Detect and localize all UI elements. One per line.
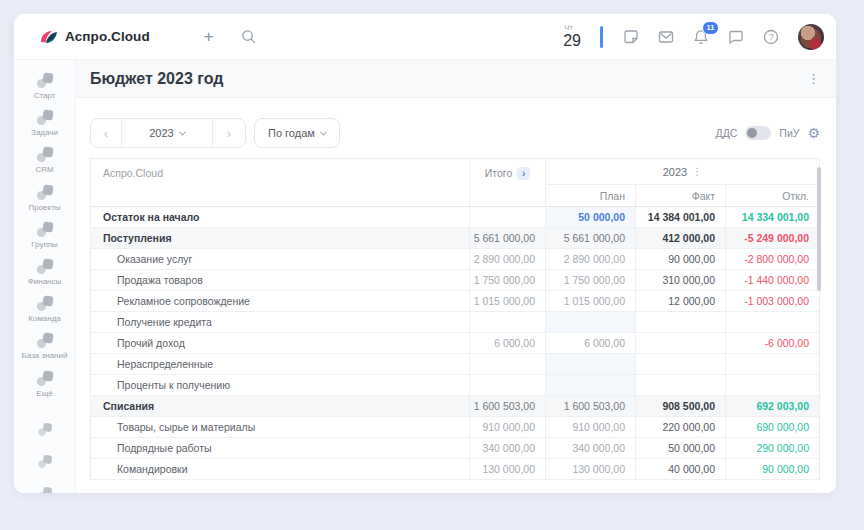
sidebar-item-crm[interactable]: CRM	[14, 147, 75, 174]
row-label[interactable]: Продажа товаров	[91, 270, 469, 290]
chat-icon[interactable]	[727, 28, 745, 46]
row-label[interactable]: Проценты к получению	[91, 375, 469, 395]
mail-icon[interactable]	[657, 28, 675, 46]
brand-logo[interactable]: Аспро.Cloud	[40, 29, 150, 45]
next-period-button[interactable]: ›	[212, 119, 245, 147]
plan-cell[interactable]: 50 000,00	[545, 207, 635, 227]
deviation-cell	[725, 312, 819, 332]
row-label[interactable]: Товары, сырье и материалы	[91, 417, 469, 437]
sidebar-item-groups[interactable]: Группы	[14, 222, 75, 249]
deviation-cell: -2 800 000,00	[725, 249, 819, 269]
fact-cell[interactable]: 412 000,00	[635, 228, 725, 248]
bag-icon[interactable]	[37, 487, 52, 493]
row-label[interactable]: Списания	[91, 396, 469, 416]
sidebar-item-projects[interactable]: Проекты	[14, 185, 75, 212]
table-row: Рекламное сопровождение1 015 000,001 015…	[91, 291, 819, 312]
sidebar-item-label: Старт	[34, 91, 56, 100]
settings-gear-icon[interactable]: ⚙	[807, 126, 820, 140]
fact-cell[interactable]: 14 384 001,00	[635, 207, 725, 227]
total-cell: 2 890 000,00	[469, 249, 545, 269]
deviation-cell: -5 249 000,00	[725, 228, 819, 248]
year-group-kebab-icon[interactable]: ⋮	[692, 167, 702, 177]
table-row: Нераспределенные	[91, 354, 819, 375]
table-row: Командировки130 000,00130 000,0040 000,0…	[91, 459, 819, 480]
fact-cell[interactable]: 310 000,00	[635, 270, 725, 290]
report-mode-toggle[interactable]	[745, 126, 771, 140]
brand-name: Аспро.Cloud	[65, 29, 150, 44]
fact-cell[interactable]	[635, 354, 725, 374]
fact-cell[interactable]: 12 000,00	[635, 291, 725, 311]
fact-cell[interactable]: 220 000,00	[635, 417, 725, 437]
deviation-cell: 290 000,00	[725, 438, 819, 458]
plan-cell[interactable]: 910 000,00	[545, 417, 635, 437]
sidebar-item-team[interactable]: Команда	[14, 296, 75, 323]
deviation-column-header: Откл.	[725, 185, 819, 206]
notifications-bell-icon[interactable]: 11	[692, 28, 710, 46]
sidebar-item-tasks[interactable]: Задачи	[14, 110, 75, 137]
total-cell: 1 750 000,00	[469, 270, 545, 290]
fact-cell[interactable]	[635, 312, 725, 332]
plan-cell[interactable]	[545, 354, 635, 374]
plan-cell[interactable]: 6 000,00	[545, 333, 635, 353]
topbar-right: Чт 29	[563, 24, 824, 50]
search-icon[interactable]	[240, 28, 257, 45]
fact-cell[interactable]: 90 000,00	[635, 249, 725, 269]
prev-period-button[interactable]: ‹	[91, 119, 122, 147]
row-label[interactable]: Остаток на начало	[91, 207, 469, 227]
period-mode-dropdown[interactable]: По годам	[254, 118, 340, 148]
calendar-date[interactable]: Чт 29	[563, 24, 581, 49]
puzzle-icon[interactable]	[37, 455, 52, 468]
sidebar-item-more[interactable]: Ещё	[14, 371, 75, 398]
plan-cell[interactable]: 130 000,00	[545, 459, 635, 479]
table-body: Остаток на начало50 000,0014 384 001,001…	[91, 207, 819, 480]
plan-cell[interactable]: 1 600 503,00	[545, 396, 635, 416]
svg-text:?: ?	[769, 32, 774, 42]
fact-cell[interactable]	[635, 333, 725, 353]
sidebar: СтартЗадачиCRMПроектыГруппыФинансыКоманд…	[14, 60, 76, 493]
deviation-cell: 90 000,00	[725, 459, 819, 479]
row-label[interactable]: Командировки	[91, 459, 469, 479]
vertical-scrollbar[interactable]	[817, 167, 821, 291]
deviation-cell: 690 000,00	[725, 417, 819, 437]
piu-label: ПиУ	[779, 127, 799, 139]
notes-icon[interactable]	[622, 28, 640, 46]
fact-cell[interactable]	[635, 375, 725, 395]
fact-cell[interactable]: 908 500,00	[635, 396, 725, 416]
page-menu-kebab-icon[interactable]: ⋮	[807, 72, 820, 85]
expand-total-icon[interactable]: ›	[517, 167, 530, 180]
row-label[interactable]: Нераспределенные	[91, 354, 469, 374]
sidebar-item-label: Задачи	[31, 128, 58, 137]
plan-cell[interactable]: 340 000,00	[545, 438, 635, 458]
row-label[interactable]: Оказание услуг	[91, 249, 469, 269]
plan-cell[interactable]	[545, 312, 635, 332]
row-label[interactable]: Поступления	[91, 228, 469, 248]
help-icon[interactable]: ?	[762, 28, 780, 46]
row-label[interactable]: Подрядные работы	[91, 438, 469, 458]
desktop-background: Аспро.Cloud + Чт 29	[0, 0, 864, 530]
sidebar-item-knowledge-base[interactable]: База знаний	[14, 333, 75, 360]
user-avatar[interactable]	[798, 24, 824, 50]
table-section-row: Списания1 600 503,001 600 503,00908 500,…	[91, 396, 819, 417]
row-label[interactable]: Рекламное сопровождение	[91, 291, 469, 311]
create-button[interactable]: +	[204, 28, 214, 45]
sidebar-item-start[interactable]: Старт	[14, 73, 75, 100]
year-dropdown[interactable]: 2023	[122, 119, 212, 147]
topbar-divider	[600, 26, 603, 48]
sidebar-item-label: Проекты	[28, 203, 60, 212]
plan-cell[interactable]	[545, 375, 635, 395]
plan-cell[interactable]: 2 890 000,00	[545, 249, 635, 269]
sidebar-item-finance[interactable]: Финансы	[14, 259, 75, 286]
app-body: СтартЗадачиCRMПроектыГруппыФинансыКоманд…	[14, 60, 836, 493]
plan-cell[interactable]: 1 015 000,00	[545, 291, 635, 311]
sidebar-item-label: CRM	[35, 165, 53, 174]
bulb-icon[interactable]	[37, 423, 52, 436]
row-label[interactable]: Прочий доход	[91, 333, 469, 353]
fact-cell[interactable]: 50 000,00	[635, 438, 725, 458]
table-row: Оказание услуг2 890 000,002 890 000,0090…	[91, 249, 819, 270]
fact-cell[interactable]: 40 000,00	[635, 459, 725, 479]
plan-cell[interactable]: 5 661 000,00	[545, 228, 635, 248]
table-row: Получение кредита	[91, 312, 819, 333]
row-label[interactable]: Получение кредита	[91, 312, 469, 332]
plan-cell[interactable]: 1 750 000,00	[545, 270, 635, 290]
table-section-row: Поступления5 661 000,005 661 000,00412 0…	[91, 228, 819, 249]
